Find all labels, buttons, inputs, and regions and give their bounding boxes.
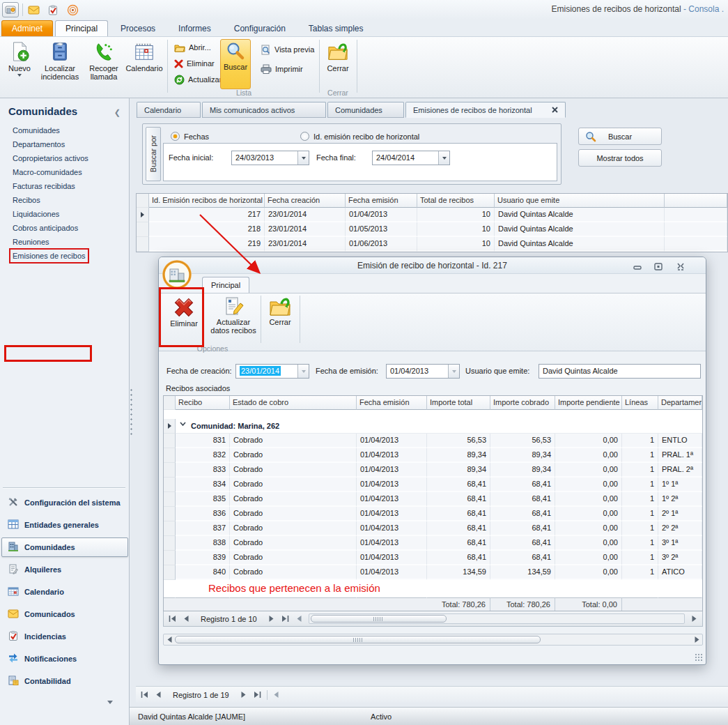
cell-departamen[interactable]: 3º 1ª (658, 536, 702, 551)
row-selector[interactable] (164, 536, 176, 551)
cell-total[interactable]: 10 (417, 222, 495, 237)
buscar-button[interactable]: Buscar (220, 39, 251, 89)
dialog-titlebar[interactable]: Emisión de recibo de horizontal - Id. 21… (159, 257, 706, 274)
doc-tab-comunidades[interactable]: Comunidades (327, 102, 404, 118)
next-record-button[interactable] (265, 613, 278, 625)
mostrar-todos-button[interactable]: Mostrar todos (578, 149, 662, 167)
fecha-creacion-field[interactable]: 23/01/2014 (235, 364, 309, 379)
dialog-cerrar-button[interactable]: Cerrar (263, 296, 297, 343)
scroll-left-button[interactable] (164, 634, 175, 645)
row-selector[interactable] (164, 448, 176, 463)
cell-departamen[interactable]: ATICO (658, 565, 702, 580)
cell-importe-pendiente[interactable]: 0,00 (555, 507, 622, 521)
cell-importe-total[interactable]: 68,41 (427, 521, 490, 536)
cell-recibo[interactable]: 837 (176, 521, 230, 536)
dialog-minimize-icon[interactable] (630, 261, 644, 272)
cell-departamen[interactable]: PRAL. 1ª (658, 448, 702, 463)
mail-icon[interactable] (25, 2, 42, 17)
ribbon-tab-principal[interactable]: Principal (55, 20, 108, 36)
row-selector[interactable] (137, 222, 149, 237)
dialog-horizontal-scrollbar[interactable] (163, 634, 703, 646)
broadcast-icon[interactable] (64, 2, 81, 17)
cell-líneas[interactable]: 1 (622, 521, 658, 536)
cell-importe-pendiente[interactable]: 0,00 (555, 551, 622, 565)
cell-fecha-emisión[interactable]: 01/04/2013 (357, 434, 427, 448)
column-header-departamen[interactable]: Departamen (658, 396, 702, 410)
nav-item-comunicados[interactable]: Comunicados (1, 604, 128, 624)
nav-item-incidencias[interactable]: Incidencias (1, 627, 128, 646)
cell-fecha-emisión[interactable]: 01/04/2013 (357, 448, 427, 463)
first-record-button[interactable] (166, 613, 178, 625)
fecha-final-field[interactable]: 24/04/2014 (372, 151, 450, 165)
fecha-inicial-field[interactable]: 24/03/2013 (231, 151, 309, 165)
cell-id[interactable]: 218 (149, 222, 265, 237)
app-menu-icon[interactable] (2, 2, 19, 17)
cell-importe-total[interactable]: 68,41 (427, 492, 490, 507)
cell-fecha_emision[interactable]: 01/04/2013 (346, 208, 417, 222)
cell-fecha_emision[interactable]: 01/06/2013 (346, 237, 417, 252)
scrollbar-thumb[interactable] (175, 636, 541, 643)
nav-item-configuración-del-sistema[interactable]: Configuración del sistema (1, 493, 128, 512)
cell-importe-cobrado[interactable]: 68,41 (490, 507, 555, 521)
cell-importe-pendiente[interactable]: 0,00 (555, 536, 622, 551)
cell-recibo[interactable]: 835 (176, 492, 230, 507)
cell-recibo[interactable]: 836 (176, 507, 230, 521)
cell-recibo[interactable]: 840 (176, 565, 230, 580)
column-header-importe-total[interactable]: Importe total (427, 396, 490, 410)
cell-usuario[interactable]: David Quintas Alcalde (495, 237, 665, 252)
group-row-comunidad[interactable]: Comunidad: Marina, 262 (176, 419, 702, 434)
column-header-fecha-emisión[interactable]: Fecha emisión (357, 396, 427, 410)
tab-close-icon[interactable] (552, 102, 558, 118)
cell-estado-de-cobro[interactable]: Cobrado (230, 536, 357, 551)
fecha-emision-field[interactable]: 01/04/2013 (386, 364, 460, 379)
cell-id[interactable]: 219 (149, 237, 265, 252)
scroll-right-button[interactable] (691, 634, 702, 645)
dialog-maximize-icon[interactable] (651, 261, 665, 272)
cell-importe-cobrado[interactable]: 68,41 (490, 492, 555, 507)
cell-departamen[interactable]: 1º 1ª (658, 478, 702, 492)
dialog-resize-grip[interactable] (695, 653, 703, 662)
ribbon-tab-tablas-simples[interactable]: Tablas simples (298, 20, 374, 36)
calendario-button[interactable]: Calendario (124, 39, 164, 89)
vista-previa-button[interactable]: Vista previa (258, 43, 317, 56)
cell-líneas[interactable]: 1 (622, 492, 658, 507)
cell-total[interactable]: 10 (417, 208, 495, 222)
row-selector[interactable] (137, 237, 149, 252)
scrollbar-thumb[interactable] (311, 615, 447, 623)
dialog-tab-principal[interactable]: Principal (202, 277, 249, 293)
row-selector[interactable] (164, 551, 176, 565)
cell-importe-total[interactable]: 68,41 (427, 478, 490, 492)
cell-líneas[interactable]: 1 (622, 463, 658, 478)
cell-importe-pendiente[interactable]: 0,00 (555, 463, 622, 478)
cell-usuario[interactable]: David Quintas Alcalde (495, 222, 665, 237)
cell-usuario[interactable]: David Quintas Alcalde (495, 208, 665, 222)
scroll-left-button[interactable] (270, 689, 283, 701)
abrir-button[interactable]: Abrir... (171, 40, 214, 54)
ribbon-tab-procesos[interactable]: Procesos (110, 20, 166, 36)
nuevo-button[interactable]: Nuevo (4, 39, 35, 89)
cell-estado-de-cobro[interactable]: Cobrado (230, 565, 357, 580)
cell-importe-cobrado[interactable]: 68,41 (490, 536, 555, 551)
sidebar-overflow-caret[interactable] (107, 701, 113, 704)
row-selector[interactable] (164, 565, 176, 580)
row-selector[interactable] (164, 463, 176, 478)
column-header-estado-de-cobro[interactable]: Estado de cobro (230, 396, 357, 410)
prev-record-button[interactable] (180, 613, 192, 625)
cell-recibo[interactable]: 831 (176, 434, 230, 448)
nav-item-calendario[interactable]: Calendario (1, 582, 128, 602)
column-header-importe-pendiente[interactable]: Importe pendiente (555, 396, 622, 410)
sidebar-item-reuniones[interactable]: Reuniones (0, 235, 129, 249)
sidebar-collapse-icon[interactable]: ❮ (114, 108, 121, 117)
row-selector[interactable] (164, 434, 176, 448)
recoger-llamada-button[interactable]: Recoger llamada (84, 39, 123, 89)
cell-fecha-emisión[interactable]: 01/04/2013 (357, 521, 427, 536)
cell-importe-total[interactable]: 89,34 (427, 463, 490, 478)
cell-estado-de-cobro[interactable]: Cobrado (230, 551, 357, 565)
cell-fecha-emisión[interactable]: 01/04/2013 (357, 478, 427, 492)
cell-líneas[interactable]: 1 (622, 478, 658, 492)
cell-líneas[interactable]: 1 (622, 434, 658, 448)
ribbon-tab-informes[interactable]: Informes (168, 20, 222, 36)
cell-recibo[interactable]: 838 (176, 536, 230, 551)
row-selector[interactable] (164, 492, 176, 507)
column-header-fecha-emisión[interactable]: Fecha emisión (346, 194, 417, 208)
